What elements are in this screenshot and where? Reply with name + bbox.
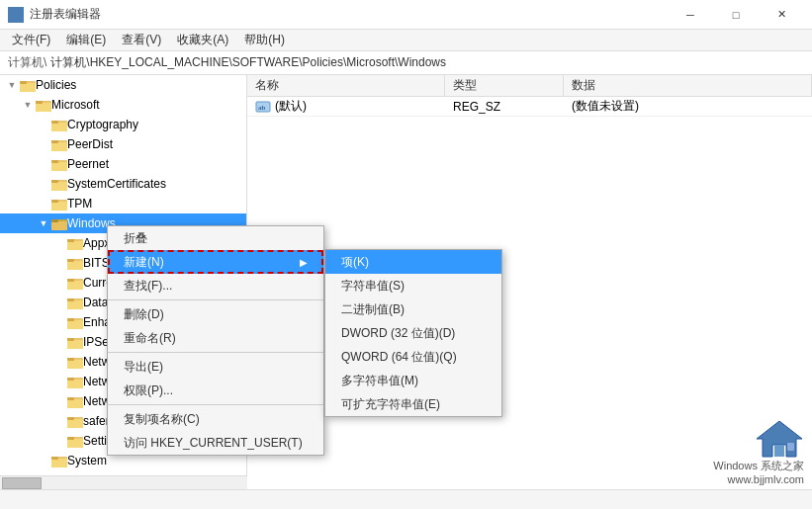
ctx-item-collapse[interactable]: 折叠 <box>108 226 323 250</box>
svg-rect-33 <box>67 259 74 262</box>
tree-item-microsoft[interactable]: ▼ Microsoft <box>0 95 246 115</box>
tree-label-peerdist: PeerDist <box>67 137 113 151</box>
svg-rect-51 <box>67 378 74 381</box>
svg-rect-35 <box>67 281 83 290</box>
tree-label-system: System <box>67 454 107 467</box>
menu-item-a[interactable]: 收藏夹(A) <box>169 30 236 51</box>
tree-item-policies[interactable]: ▼ Policies <box>0 75 246 95</box>
ctx-item-rename[interactable]: 重命名(R) <box>108 326 323 350</box>
svg-rect-12 <box>51 121 58 124</box>
svg-rect-38 <box>67 300 83 309</box>
maximize-button[interactable]: □ <box>713 0 759 30</box>
expander-windows: ▼ <box>36 215 51 231</box>
ctx-item-access-hkcu[interactable]: 访问 HKEY_CURRENT_USER(T) <box>108 431 323 455</box>
svg-rect-3 <box>17 16 23 22</box>
reg-cell-data-default: (数值未设置) <box>564 98 812 115</box>
tree-item-systemcerts[interactable]: SystemCertificates <box>0 174 246 194</box>
expander-peernet <box>36 156 51 172</box>
svg-rect-30 <box>67 239 74 242</box>
folder-icon-tpm <box>51 197 67 211</box>
address-label: 计算机\ <box>8 54 46 71</box>
folder-icon-cryptography <box>51 118 67 131</box>
submenu-arrow: ▶ <box>300 257 308 268</box>
ctx-item-delete[interactable]: 删除(D) <box>108 302 323 326</box>
ctx-sep-1 <box>108 299 323 300</box>
expander-tpm <box>36 196 51 212</box>
sub-item-expandstring[interactable]: 可扩充字符串值(E) <box>325 392 501 416</box>
expander-system <box>36 453 51 468</box>
minimize-button[interactable]: ─ <box>668 0 713 30</box>
col-header-data[interactable]: 数据 <box>564 75 812 97</box>
svg-rect-50 <box>67 380 83 388</box>
svg-rect-17 <box>51 162 67 171</box>
svg-rect-62 <box>51 459 67 467</box>
ctx-item-permissions[interactable]: 权限(P)... <box>108 379 323 402</box>
svg-rect-9 <box>36 101 43 104</box>
svg-rect-44 <box>67 340 83 349</box>
menu-bar: 文件(F)编辑(E)查看(V)收藏夹(A)帮助(H) <box>0 30 812 51</box>
sub-item-multistring[interactable]: 多字符串值(M) <box>325 369 501 392</box>
col-header-type[interactable]: 类型 <box>445 75 564 97</box>
svg-rect-27 <box>51 219 58 222</box>
scrollbar-thumb[interactable] <box>2 477 42 489</box>
tree-item-peernet[interactable]: Peernet <box>0 154 246 174</box>
folder-icon-safer <box>67 414 83 428</box>
ctx-item-export[interactable]: 导出(E) <box>108 355 323 379</box>
svg-rect-1 <box>17 8 23 14</box>
sub-item-string[interactable]: 字符串值(S) <box>325 274 501 297</box>
svg-rect-21 <box>51 180 58 183</box>
folder-icon-netwo1 <box>67 355 83 369</box>
svg-rect-29 <box>67 241 83 250</box>
reg-row-default[interactable]: ab (默认) REG_SZ (数值未设置) <box>247 97 812 117</box>
folder-icon-netwo2 <box>67 375 83 388</box>
expander-systemcerts <box>36 176 51 192</box>
expander-peerdist <box>36 136 51 152</box>
right-header: 名称 类型 数据 <box>247 75 812 97</box>
tree-item-peerdist[interactable]: PeerDist <box>0 134 246 154</box>
ctx-sep-3 <box>108 404 323 405</box>
folder-icon-policies <box>20 78 36 92</box>
menu-item-f[interactable]: 文件(F) <box>4 30 58 51</box>
tree-item-cryptography[interactable]: Cryptography <box>0 115 246 134</box>
expander-ipsec <box>51 334 67 350</box>
col-header-name[interactable]: 名称 <box>247 75 445 97</box>
menu-item-e[interactable]: 编辑(E) <box>58 30 114 51</box>
ctx-item-copy-key[interactable]: 复制项名称(C) <box>108 407 323 431</box>
tree-label-peernet: Peernet <box>67 157 109 171</box>
expander-netwo2 <box>51 374 67 389</box>
submenu: 项(K) 字符串值(S) 二进制值(B) DWORD (32 位值)(D) QW… <box>324 249 502 417</box>
svg-rect-42 <box>67 318 74 321</box>
svg-rect-11 <box>51 123 67 131</box>
close-button[interactable]: ✕ <box>759 0 804 30</box>
tree-label-microsoft: Microsoft <box>51 98 100 112</box>
svg-rect-59 <box>67 439 83 448</box>
menu-item-h[interactable]: 帮助(H) <box>236 30 293 51</box>
folder-icon-bits <box>67 256 83 270</box>
folder-icon-system <box>51 454 67 467</box>
menu-item-v[interactable]: 查看(V) <box>114 30 169 51</box>
app-icon <box>8 7 24 23</box>
ctx-item-new[interactable]: 新建(N) ▶ <box>108 250 323 274</box>
sub-item-qword[interactable]: QWORD (64 位值)(Q) <box>325 345 501 369</box>
sub-item-dword[interactable]: DWORD (32 位值)(D) <box>325 321 501 345</box>
expander-netwo3 <box>51 393 67 409</box>
tree-item-tpm[interactable]: TPM <box>0 194 246 213</box>
folder-icon-curren <box>67 276 83 290</box>
svg-rect-60 <box>67 437 74 440</box>
svg-text:ab: ab <box>258 104 266 112</box>
svg-rect-54 <box>67 397 74 400</box>
folder-icon-appx <box>67 236 83 250</box>
tree-label-systemcerts: SystemCertificates <box>67 177 166 191</box>
sub-item-key[interactable]: 项(K) <box>325 250 501 274</box>
svg-rect-6 <box>20 81 27 84</box>
folder-icon-enhanc <box>67 315 83 329</box>
folder-icon-ipsec <box>67 335 83 349</box>
horizontal-scrollbar[interactable] <box>0 475 247 489</box>
title-bar: 注册表编辑器 ─ □ ✕ <box>0 0 812 30</box>
ctx-item-find[interactable]: 查找(F)... <box>108 274 323 297</box>
sub-item-binary[interactable]: 二进制值(B) <box>325 297 501 321</box>
svg-rect-57 <box>67 417 74 420</box>
expander-enhanc <box>51 314 67 330</box>
reg-cell-name-default: ab (默认) <box>247 98 445 115</box>
folder-icon-datac <box>67 296 83 309</box>
